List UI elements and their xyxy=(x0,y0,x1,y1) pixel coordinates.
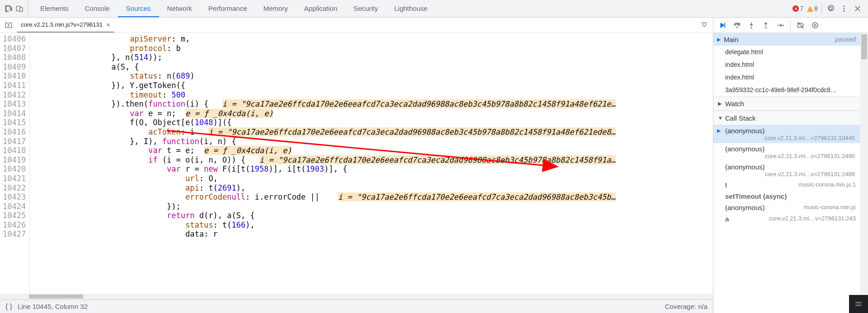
callstack-loc: music-corona.min.js xyxy=(802,204,856,210)
error-icon: × xyxy=(793,5,799,12)
thread-item[interactable]: 3a959332-cc1c-49e8-98ef-294f0cdc8… xyxy=(713,84,860,96)
callstack-loc: core.v2.21.3.mi…v=2796131:243 xyxy=(767,215,856,222)
drawer-toggle[interactable] xyxy=(849,295,868,313)
settings-icon[interactable] xyxy=(826,4,835,14)
callstack-frame[interactable]: (anonymous) core.v2.21.3.mi…v=2796131:24… xyxy=(713,161,860,179)
tab-memory[interactable]: Memory xyxy=(255,0,296,17)
tab-performance[interactable]: Performance xyxy=(200,0,255,17)
callstack-section-header[interactable]: ▼ Call Stack xyxy=(713,111,860,125)
resume-icon[interactable] xyxy=(718,21,727,30)
callstack-fn: (anonymous) xyxy=(725,163,765,171)
tab-lighthouse[interactable]: Lighthouse xyxy=(386,0,435,17)
svg-rect-14 xyxy=(816,24,816,27)
debugger-pane: ▶ Main paused delegate.html index.html i… xyxy=(713,18,868,313)
callstack-frame[interactable]: (anonymous) core.v2.21.3.mi…=2796131:104… xyxy=(713,125,860,143)
tab-network[interactable]: Network xyxy=(159,0,200,17)
warnings-count[interactable]: 8 xyxy=(807,5,818,12)
thread-item[interactable]: delegate.html xyxy=(713,46,860,58)
svg-rect-17 xyxy=(855,302,861,304)
close-devtools-icon[interactable] xyxy=(853,4,863,14)
code-horizontal-scrollbar[interactable] xyxy=(0,294,713,299)
tab-security[interactable]: Security xyxy=(345,0,386,17)
editor-pane: core.v2.21.3.min.js?v=2796131 × 10406104… xyxy=(0,18,713,313)
debugger-body: ▶ Main paused delegate.html index.html i… xyxy=(713,33,860,313)
code-text[interactable]: apiServer: m, protocol: b }, n(514)); a(… xyxy=(30,33,713,294)
watch-section-header[interactable]: ▶ Watch xyxy=(713,96,860,111)
callstack-fn: t xyxy=(725,181,727,189)
coverage-status: Coverage: n/a xyxy=(665,303,708,310)
callstack-loc: core.v2.21.3.mi…v=2796131:2490 xyxy=(725,153,856,159)
close-file-icon[interactable]: × xyxy=(106,21,110,28)
pretty-print-icon[interactable]: { } xyxy=(5,303,12,311)
svg-rect-18 xyxy=(855,305,861,306)
svg-point-9 xyxy=(751,27,752,28)
tab-application[interactable]: Application xyxy=(296,0,345,17)
svg-point-8 xyxy=(736,27,738,28)
panel-tabs: Elements Console Sources Network Perform… xyxy=(28,0,787,17)
devtools-top-toolbar: Elements Console Sources Network Perform… xyxy=(0,0,868,18)
svg-rect-7 xyxy=(725,23,726,28)
step-icon[interactable] xyxy=(776,21,785,30)
svg-point-3 xyxy=(844,8,845,9)
svg-point-12 xyxy=(812,23,818,28)
chevron-down-icon: ▼ xyxy=(718,115,722,121)
svg-rect-13 xyxy=(814,24,815,27)
svg-rect-6 xyxy=(702,23,707,23)
threads-main-label: Main xyxy=(724,36,739,43)
callstack-fn: (anonymous) xyxy=(725,127,765,135)
warnings-count-value: 8 xyxy=(814,5,818,12)
thread-item[interactable]: index.html xyxy=(713,58,860,71)
callstack-loc: music-corona.min.js:1 xyxy=(797,181,856,188)
step-into-icon[interactable] xyxy=(747,21,756,30)
show-navigator-icon[interactable] xyxy=(4,20,14,30)
thread-item[interactable]: index.html xyxy=(713,71,860,84)
pause-on-exceptions-icon[interactable] xyxy=(811,21,820,30)
callstack-async-label: setTimeout (async) xyxy=(713,191,860,202)
debugger-scrollbar[interactable] xyxy=(860,33,868,313)
callstack-loc: core.v2.21.3.mi…v=2796131:2488 xyxy=(725,171,856,178)
callstack-frame[interactable]: (anonymous) music-corona.min.js xyxy=(713,202,860,213)
callstack-loc: core.v2.21.3.mi…=2796131:10445 xyxy=(725,135,856,141)
content-row: core.v2.21.3.min.js?v=2796131 × 10406104… xyxy=(0,18,868,313)
svg-point-4 xyxy=(844,10,845,12)
tab-sources[interactable]: Sources xyxy=(118,0,159,17)
callstack-fn: a xyxy=(725,215,729,223)
svg-rect-1 xyxy=(20,8,23,12)
cursor-position: Line 10445, Column 32 xyxy=(18,303,88,310)
debugger-toolbar xyxy=(713,18,868,33)
more-icon[interactable] xyxy=(839,4,849,14)
step-over-icon[interactable] xyxy=(732,21,741,30)
svg-point-11 xyxy=(783,24,784,26)
line-gutter: 1040610407104081040910410104111041210413… xyxy=(0,33,30,294)
chevron-right-icon: ▶ xyxy=(718,101,722,107)
inspect-element-icon[interactable] xyxy=(5,5,13,13)
step-out-icon[interactable] xyxy=(761,21,770,30)
callstack-frame[interactable]: t music-corona.min.js:1 xyxy=(713,179,860,191)
callstack-fn: (anonymous) xyxy=(725,145,765,153)
deactivate-breakpoints-icon[interactable] xyxy=(796,21,805,30)
errors-count-value: 7 xyxy=(800,5,803,12)
svg-point-2 xyxy=(844,5,845,7)
callstack-frame[interactable]: (anonymous) core.v2.21.3.mi…v=2796131:24… xyxy=(713,143,860,161)
file-tab-name: core.v2.21.3.min.js?v=2796131 xyxy=(21,21,103,28)
callstack-fn: (anonymous) xyxy=(725,204,765,211)
tab-console[interactable]: Console xyxy=(77,0,118,17)
watch-section-label: Watch xyxy=(725,100,744,107)
callstack-frame[interactable]: a core.v2.21.3.mi…v=2796131:243 xyxy=(713,213,860,224)
code-area[interactable]: 1040610407104081040910410104111041210413… xyxy=(0,33,713,294)
callstack-section-label: Call Stack xyxy=(725,114,756,122)
current-thread-arrow-icon: ▶ xyxy=(717,37,721,42)
svg-point-10 xyxy=(765,27,767,28)
status-bar: { } Line 10445, Column 32 Coverage: n/a xyxy=(0,299,713,313)
errors-count[interactable]: × 7 xyxy=(793,5,803,12)
threads-main-row[interactable]: ▶ Main paused xyxy=(713,33,860,46)
svg-rect-5 xyxy=(5,23,12,28)
threads-paused-label: paused xyxy=(835,36,856,43)
file-more-icon[interactable] xyxy=(699,20,709,30)
tab-elements[interactable]: Elements xyxy=(32,0,77,17)
warning-icon xyxy=(807,6,813,12)
file-tabs: core.v2.21.3.min.js?v=2796131 × xyxy=(0,18,713,33)
file-tab-active[interactable]: core.v2.21.3.min.js?v=2796131 × xyxy=(17,18,114,33)
device-toolbar-icon[interactable] xyxy=(15,5,24,13)
